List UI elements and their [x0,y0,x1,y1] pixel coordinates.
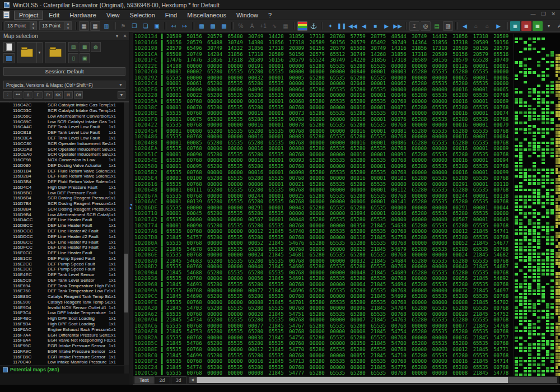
text-mode-icon[interactable]: A [247,21,257,31]
menu-item[interactable]: Miscellaneous [183,11,231,19]
matrix-8bit-icon[interactable]: ▩ [197,21,207,31]
hex-row[interactable]: 1020292 65535 00000 00000 00000 00032 00… [134,75,513,81]
hex-row[interactable]: 10208D2 65535 00768 00000 00000 00040 21… [134,264,513,270]
hex-row[interactable]: 10209CC 21845 54698 65280 65535 65280 65… [134,293,513,300]
filter-button[interactable]: *** [13,91,22,99]
map-row[interactable]: 116F99C EGR Intake Pressure Sensor 1x1 [0,343,124,349]
hex-row[interactable]: 10202C4 00001 00061 65280 65535 65280 65… [134,81,513,87]
map-row[interactable]: 116D1B4 DEF Fluid Return Valve Solenoid … [0,168,124,174]
map-green-icon[interactable]: ▦ [80,42,90,52]
hex-row[interactable]: 10202F6 65535 00000 00000 00000 04096 00… [134,87,513,93]
map-row[interactable]: 116E0CC DEF Line Heater Fault 1x1 [0,250,124,256]
map-row[interactable]: 116CEA0 SCR Operater Inducement Severity… [0,152,124,157]
fast-forward-icon[interactable]: ▶▶ [393,21,403,31]
menu-item[interactable]: Find [161,11,181,19]
map-row[interactable]: 116F4BC High DPF Soot Loading 1x1 [0,316,124,321]
map-row[interactable]: 116DDCC DEF Line Heater #2 Fault 1x1 [0,234,124,239]
data-overview-minimap[interactable] [514,34,560,375]
hex-row[interactable]: 102086E 65535 00768 00000 00000 00024 21… [134,252,513,258]
nav-forward-icon[interactable]: ▶ [493,21,503,31]
anchor-icon[interactable]: ⚓ [309,21,319,31]
hex-row[interactable]: 10204EA 65535 00768 00000 00000 00016 00… [134,146,513,152]
play-icon[interactable]: ▶ [381,21,391,31]
filter-chevron-icon[interactable]: ▼ [118,91,125,99]
doc-plain-icon[interactable]: ▯ [68,53,78,63]
all-elements-filter-label[interactable]: All elements [558,23,560,29]
map-row[interactable]: 116E3CC DEF Pump Speed Fault 1x1 [0,267,124,272]
map-row[interactable]: 116E1CC DEF Pump Speed Fault 1x1 [0,255,124,261]
filter-button[interactable]: Fr [44,91,53,99]
hex-row[interactable]: 1020968 21845 54693 65280 65535 65280 65… [134,282,513,288]
grid-small-icon[interactable]: ▦ [281,21,291,31]
curve-icon[interactable]: ∿ [269,21,279,31]
filter-button[interactable]: I/I [64,91,73,99]
save-project-button[interactable] [3,53,15,63]
hex-row[interactable]: 10205E4 00001 00100 65280 65535 65280 65… [134,175,513,181]
sep-9[interactable] [506,22,508,30]
map-row[interactable]: 1170C40 Low Intake Manifold Pressure 1x1 [0,360,124,365]
open-project-button[interactable] [17,42,37,63]
step-back-icon[interactable]: ◀ [359,21,369,31]
filter-button[interactable]: Γ. [34,91,43,99]
hex-row[interactable]: 10206DE 65535 00000 00000 00000 00291 00… [134,205,513,211]
hex-row[interactable]: 102080A 65535 00768 00000 00000 00052 21… [134,240,513,246]
import-file-button[interactable] [45,42,66,63]
map-row[interactable]: 116C53C SCR Catalyst Intake Gas Temp Fau… [0,108,124,114]
map-row[interactable]: 116E5C0 DEF Tank Level Sensor 1x1 [0,278,124,283]
hex-row[interactable]: 102054E 65535 00768 00000 00000 00016 00… [134,157,513,164]
hex-row[interactable]: 1020B5C 21845 54786 65280 65535 65280 65… [134,340,513,347]
compare-icon[interactable]: ✦ [325,21,335,31]
hex-row[interactable]: 1020166 50156 20579 65488 30749 14380 31… [134,40,513,46]
map-row[interactable]: 116C66C Low Aftertreatment Conversion Ef… [0,114,124,119]
hex-row[interactable]: 1020BC0 21845 54699 65280 65535 65280 65… [134,353,513,359]
hex-row[interactable]: 1020710 00001 00045 65280 65535 65280 65… [134,211,513,217]
map-row[interactable]: 116CC80 SCR Operater Inducement Severity… [0,141,124,146]
hex-row[interactable]: 10207D8 21845 54757 65280 65535 65280 65… [134,235,513,241]
widen-columns-icon[interactable]: ↦ [180,21,190,31]
map-row[interactable]: 116D4C4 High DEF Pressure Fault 1x1 [0,184,124,190]
map-row[interactable]: 116D2B4 DEF Fluid Return Valve Solenoid … [0,174,124,179]
map-row[interactable]: 116F5B4 High DPF Soot Loading 1x1 [0,321,124,327]
pause-icon[interactable]: ❚❚ [337,21,347,31]
doc-red-icon[interactable]: ▤ [68,42,78,52]
filter-button[interactable]: Δ [24,91,32,99]
sep-2[interactable] [164,22,166,30]
hex-row[interactable]: 1020936 65535 00768 00000 00000 00056 21… [134,276,513,282]
map-row[interactable]: 116E83C Catalys Reagent Tank Temp Sensor… [0,294,124,300]
hex-row[interactable]: 10206AC 00001 00139 65280 65535 65280 65… [134,199,513,205]
hex-row[interactable]: 1020486 65535 00768 00000 00000 00016 00… [134,134,513,140]
mdi-minimize-button[interactable]: — [530,11,535,17]
map-row[interactable]: 116D5BC Low DEF Pressure Fault 1x1 [0,190,124,195]
map-row[interactable]: 116E900 Catalys Reagent Tank Temp Sensor… [0,300,124,305]
hex-row[interactable]: 102038C 00001 00070 65280 65535 65280 65… [134,105,513,111]
filter-button[interactable]: KK [54,91,63,99]
projects-versions-maps-dropdown[interactable]: Projects, Versions & Maps: (Ctrl+Shift+F… [3,81,125,89]
menu-item[interactable]: ? [264,11,276,19]
hex-row[interactable]: 102083C 21845 54678 65280 65535 65280 65… [134,246,513,253]
map-error-icon[interactable]: ▦ [521,21,531,31]
bookmark-flag-icon[interactable]: ⚑ [118,21,128,31]
session-selector[interactable]: Session: Default [3,67,125,76]
map-row[interactable]: 116E4EC DEF Tank Level Sensor 1x1 [0,272,124,278]
colorbar-icon[interactable] [297,21,307,31]
map-row[interactable]: 116D6B4 SCR Dosing Reagent Pressure Sens… [0,195,124,201]
horizontal-scrollbar[interactable] [196,377,557,383]
increment-icon[interactable]: +1 [258,21,268,31]
map-row[interactable]: 116E9D4 Invalid NOX Sensor Outlet #1 1x1 [0,305,124,310]
panel-dropdown-icon[interactable]: ▾ [113,34,121,39]
sep-7[interactable] [405,22,407,30]
stop-icon[interactable]: ■ [370,21,380,31]
hex-row[interactable]: 1020B2A 65535 00768 00000 00000 00036 21… [134,335,513,341]
hex-row[interactable]: 10208A0 21845 54683 65280 65535 65280 65… [134,258,513,264]
hex-row[interactable]: 10207A6 65535 00768 00000 00000 00012 21… [134,228,513,235]
map-row[interactable]: 116DCCC DEF Line Heater #2 Fault 1x1 [0,228,124,234]
map-row[interactable]: 116DACC DEF Line Heater Fault 1x1 [0,217,124,223]
mdi-restore-button[interactable]: ❐ [541,11,545,17]
hex-row[interactable]: 102022E 14188 00000 00000 00000 00191 00… [134,63,513,69]
view-tab[interactable]: Text [134,376,154,384]
map-prev-icon[interactable]: ▦ [510,21,520,31]
sep-6[interactable] [321,22,323,30]
map-row[interactable]: 116CA4C DEF Tank Level Low Fault 1x1 [0,124,124,130]
nav-parent-icon[interactable]: ⌂ [482,21,492,31]
matrix-32bit-icon[interactable]: ▩ [219,21,229,31]
